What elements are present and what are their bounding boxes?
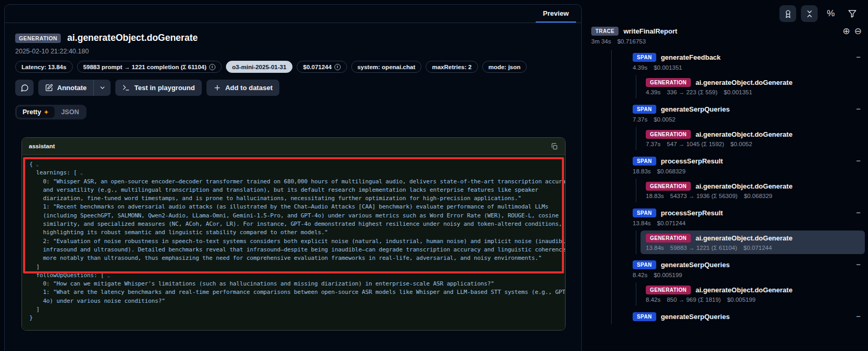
info-icon[interactable]: i xyxy=(334,64,341,70)
span-row[interactable]: SPANgenerateSerpQueries xyxy=(633,312,868,321)
span-metrics: 18.83s$0.068329 xyxy=(633,168,868,174)
code-line: 1: "Recent benchmarks on adversarial aud… xyxy=(29,203,558,211)
collapse-node-button[interactable]: − xyxy=(856,312,861,320)
code-text: learnings: [ xyxy=(29,169,77,176)
metadata-badge-label: mode: json xyxy=(489,64,520,70)
sparkles-icon: ✦ xyxy=(44,109,48,116)
span-group: SPANgenerateSerpQueries−8.42s$0.005199GE… xyxy=(633,257,868,309)
collapse-node-button[interactable]: − xyxy=(856,105,861,113)
timestamp: 2025-02-10 21:22:40.180 xyxy=(15,48,571,55)
playground-label: Test in playground xyxy=(134,84,194,92)
metadata-badge: mode: json xyxy=(482,61,527,73)
trace-actions: ⊕ ⊖ xyxy=(843,27,862,36)
view-tab-pretty[interactable]: Pretty✦ xyxy=(17,106,55,118)
action-row: Annotate Test in playground Add to d xyxy=(15,80,571,96)
copy-button[interactable] xyxy=(550,142,558,150)
generation-tokens: 850 → 969 (Σ 1819) xyxy=(667,297,721,303)
span-name: processSerpResult xyxy=(661,157,723,165)
generation-metrics: 4.39s336 → 223 (Σ 559)$0.001351 xyxy=(646,89,860,95)
span-cost: $0.005199 xyxy=(654,272,682,278)
tab-preview[interactable]: Preview xyxy=(536,5,576,23)
info-icon[interactable]: i xyxy=(209,64,215,70)
code-line: followUpQuestions: [ ⌄ xyxy=(29,271,558,280)
generation-row[interactable]: GENERATIONai.generateObject.doGenerate8.… xyxy=(641,282,865,306)
observation-detail-panel: Preview GENERATION ai.generateObject.doG… xyxy=(4,4,582,351)
span-row[interactable]: SPANgenerateSerpQueries xyxy=(633,260,868,269)
pencil-square-icon xyxy=(45,84,53,92)
annotate-button[interactable]: Annotate xyxy=(38,80,93,96)
trace-cost: $0.716753 xyxy=(617,38,646,45)
trace-row[interactable]: TRACE writeFinalReport xyxy=(591,27,861,36)
caret-down-icon[interactable]: ⌄ xyxy=(104,272,110,278)
span-badge: SPAN xyxy=(633,260,656,269)
annotate-dropdown-button[interactable] xyxy=(93,80,111,96)
code-text: 0: "Whisper ASR, an open-source encoder–… xyxy=(29,178,566,185)
metadata-badge: maxRetries: 2 xyxy=(426,61,478,73)
generation-row[interactable]: GENERATIONai.generateObject.doGenerate7.… xyxy=(641,127,865,150)
code-text: (including SpeechGPT, SALMONN, Qwen2-Aud… xyxy=(29,212,559,219)
span-row[interactable]: SPANgenerateSerpQueries xyxy=(633,105,868,114)
metadata-badge-label: 59883 prompt → 1221 completion (Σ 61104) xyxy=(83,64,207,70)
generation-duration: 8.42s xyxy=(646,297,660,303)
metadata-badge: Latency: 13.84s xyxy=(15,61,73,73)
speech-bubble-icon xyxy=(20,84,29,92)
metrics-toggle-button[interactable]: % xyxy=(822,5,839,22)
expand-all-button[interactable]: ⊕ xyxy=(843,27,850,36)
observation-type-badge: GENERATION xyxy=(15,34,61,43)
span-name: generateFeedback xyxy=(661,53,721,61)
span-duration: 18.83s xyxy=(633,168,651,174)
view-tab-json[interactable]: JSON xyxy=(56,106,85,118)
collapse-node-button[interactable]: − xyxy=(856,53,861,61)
plus-icon xyxy=(213,84,221,92)
caret-down-icon[interactable]: ⌄ xyxy=(77,170,83,176)
playground-button[interactable]: Test in playground xyxy=(115,80,201,96)
trace-root[interactable]: TRACE writeFinalReport ⊕ ⊖ 3m 34s $0.716… xyxy=(591,27,868,45)
code-text: infrasound and ultrasound). Detailed ben… xyxy=(29,246,566,253)
generation-tokens: 54373 → 1936 (Σ 56309) xyxy=(670,193,738,199)
collapse-node-button[interactable]: − xyxy=(856,209,861,216)
code-text: ] xyxy=(29,306,39,313)
span-row[interactable]: SPANprocessSerpResult xyxy=(633,157,868,166)
collapse-node-button[interactable]: − xyxy=(856,260,861,268)
span-name: generateSerpQueries xyxy=(661,261,730,269)
generation-header: GENERATIONai.generateObject.doGenerate xyxy=(646,234,860,243)
collapse-tree-button[interactable]: ⊖ xyxy=(854,27,862,36)
generation-row[interactable]: GENERATIONai.generateObject.doGenerate13… xyxy=(641,231,865,254)
span-badge: SPAN xyxy=(633,53,656,62)
filter-funnel-icon xyxy=(848,9,857,18)
collapse-all-button[interactable] xyxy=(801,5,818,22)
span-badge: SPAN xyxy=(633,209,656,217)
trace-badge: TRACE xyxy=(591,27,619,36)
generation-header: GENERATIONai.generateObject.doGenerate xyxy=(646,130,860,139)
output-header: assistant xyxy=(22,138,565,155)
span-duration: 13.84s xyxy=(633,220,651,226)
collapse-node-button[interactable]: − xyxy=(856,157,861,164)
caret-down-icon[interactable]: ⌄ xyxy=(32,161,39,167)
span-row[interactable]: SPANprocessSerpResult xyxy=(633,209,868,217)
percent-icon: % xyxy=(827,8,834,19)
scores-button[interactable] xyxy=(779,5,796,22)
generation-cost: $0.005199 xyxy=(727,297,755,303)
generation-wrap: GENERATIONai.generateObject.doGenerate7.… xyxy=(636,127,868,150)
span-row[interactable]: SPANgenerateFeedback xyxy=(633,53,868,62)
terminal-icon xyxy=(122,84,130,92)
comment-button[interactable] xyxy=(15,80,34,96)
title-row: GENERATION ai.generateObject.doGenerate xyxy=(15,32,571,43)
code-text: and versatility (e.g., multilingual tran… xyxy=(29,187,538,193)
span-metrics: 4.39s$0.001351 xyxy=(633,64,868,71)
code-text: followUpQuestions: [ xyxy=(29,272,104,279)
add-to-dataset-button[interactable]: Add to dataset xyxy=(207,80,279,96)
panel-content: GENERATION ai.generateObject.doGenerate … xyxy=(5,23,581,331)
annotate-split-button: Annotate xyxy=(38,80,111,96)
span-name: generateSerpQueries xyxy=(661,313,730,321)
generation-row[interactable]: GENERATIONai.generateObject.doGenerate4.… xyxy=(641,75,865,98)
generation-wrap: GENERATIONai.generateObject.doGenerate4.… xyxy=(636,75,868,98)
generation-name: ai.generateObject.doGenerate xyxy=(696,130,793,138)
code-line: 0: "Whisper ASR, an open-source encoder–… xyxy=(29,178,558,186)
dataset-label: Add to dataset xyxy=(225,84,273,92)
code-text: } xyxy=(29,314,32,321)
code-text: 0: "How can we mitigate Whisper's limita… xyxy=(29,280,494,287)
filter-button[interactable] xyxy=(844,5,861,22)
role-label: assistant xyxy=(29,143,55,149)
generation-row[interactable]: GENERATIONai.generateObject.doGenerate18… xyxy=(641,179,865,202)
